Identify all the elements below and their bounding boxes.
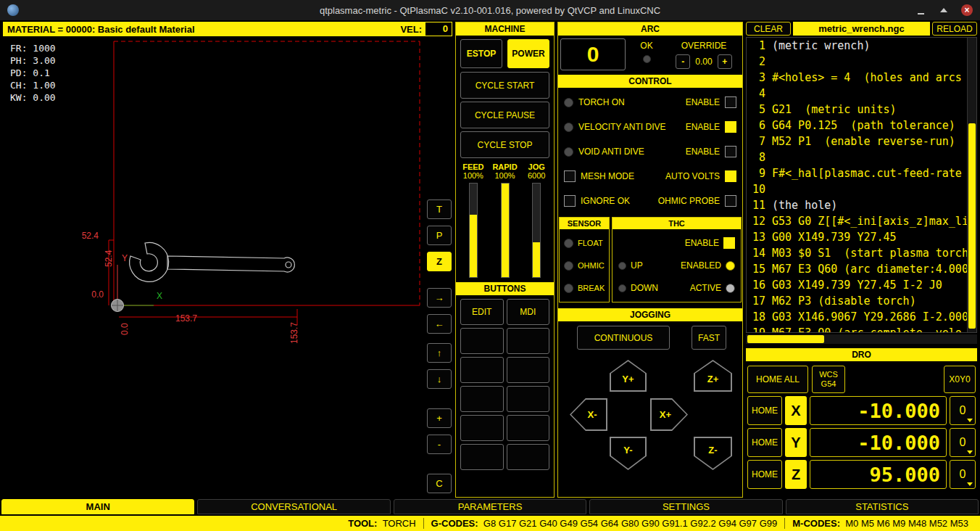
gcode-line[interactable]: 11(the hole)	[747, 197, 976, 213]
gcode-line[interactable]: 2	[747, 54, 976, 70]
cycle-pause-button[interactable]: CYCLE PAUSE	[460, 102, 549, 128]
zero-x-button[interactable]: 0	[950, 396, 976, 425]
home-x-button[interactable]: HOME	[747, 396, 782, 425]
override-minus-button[interactable]: -	[676, 54, 690, 69]
mdi-button[interactable]: MDI	[507, 299, 550, 325]
gcode-line[interactable]: 17M62 P3 (disable torch)	[747, 293, 976, 309]
gcode-line[interactable]: 13G00 X149.739 Y27.45	[747, 229, 976, 245]
pan-down-button[interactable]: ↓	[427, 369, 452, 389]
thc-down-label: DOWN	[631, 283, 658, 293]
gcode-line[interactable]: 15M67 E3 Q60 (arc diameter:4.000	[747, 261, 976, 277]
user-button-empty[interactable]	[460, 444, 504, 470]
maximize-button[interactable]	[938, 4, 950, 16]
user-button-empty[interactable]	[507, 386, 550, 412]
gcode-listing[interactable]: 1(metric wrench) 2 3#<holes> = 4 (holes …	[746, 37, 977, 333]
gcode-line[interactable]: 9F#<_hal[plasmac.cut-feed-rate	[747, 165, 976, 181]
gcode-line[interactable]: 7M52 P1 (enable reverse-run)	[747, 133, 976, 149]
gcode-line[interactable]: 14M03 $0 S1 (start plasma torch	[747, 245, 976, 261]
tab-parameters[interactable]: PARAMETERS	[394, 499, 586, 514]
scrollbar-thumb[interactable]	[968, 123, 976, 329]
void-anti-dive-checkbox[interactable]	[725, 146, 736, 157]
user-button-empty[interactable]	[507, 415, 550, 441]
gcode-line[interactable]: 16G03 X149.739 Y27.45 I-2 J0	[747, 277, 976, 293]
gcode-line[interactable]: 4	[747, 86, 976, 102]
zoom-out-button[interactable]: -	[427, 435, 452, 454]
home-all-button[interactable]: HOME ALL	[747, 366, 808, 393]
pan-left-button[interactable]: ←	[427, 314, 452, 334]
ignore-ok-checkbox[interactable]	[564, 195, 576, 207]
auto-volts-checkbox[interactable]	[725, 170, 736, 182]
gcode-line[interactable]: 3#<holes> = 4 (holes and arcs	[747, 70, 976, 86]
velocity-anti-dive-checkbox[interactable]	[725, 121, 736, 133]
jog-y-minus-button[interactable]: Y-	[610, 437, 647, 470]
tab-conversational[interactable]: CONVERSATIONAL	[197, 499, 390, 514]
mesh-mode-checkbox[interactable]	[564, 170, 576, 182]
wcs-button[interactable]: WCS G54	[812, 366, 845, 393]
power-button[interactable]: POWER	[507, 39, 549, 68]
home-z-button[interactable]: HOME	[747, 460, 782, 489]
gcode-line[interactable]: 19M67 E3 Q0 (arc complete, velo	[747, 325, 976, 333]
view-perspective-button[interactable]: P	[427, 226, 452, 245]
gcode-line[interactable]: 10	[747, 181, 976, 197]
gcode-line[interactable]: 6G64 P0.125 (path tolerance)	[747, 118, 976, 133]
user-button-empty[interactable]	[507, 357, 550, 383]
gcode-line[interactable]: 12G53 G0 Z[[#<_ini[axis_z]max_li	[747, 213, 976, 229]
tab-settings[interactable]: SETTINGS	[589, 499, 782, 514]
gcode-line[interactable]: 8	[747, 149, 976, 165]
tab-statistics[interactable]: STATISTICS	[786, 499, 979, 514]
estop-button[interactable]: ESTOP	[460, 39, 502, 68]
pan-right-button[interactable]: →	[427, 288, 452, 308]
jog-z-minus-button[interactable]: Z-	[694, 437, 732, 470]
user-button-empty[interactable]	[507, 444, 550, 470]
jog-z-plus-button[interactable]: Z+	[694, 360, 732, 392]
clear-plot-button[interactable]: C	[427, 474, 452, 493]
thc-enable-checkbox[interactable]	[723, 237, 735, 249]
clear-button[interactable]: CLEAR	[746, 22, 791, 36]
dro-row-y: HOME Y -10.000 0	[747, 428, 976, 457]
jog-continuous-button[interactable]: CONTINUOUS	[577, 326, 670, 350]
dim-height-label: 52.4	[82, 231, 99, 241]
jog-x-plus-button[interactable]: X+	[650, 398, 688, 431]
gcode-vertical-scrollbar[interactable]	[967, 38, 976, 332]
user-button-empty[interactable]	[460, 328, 504, 354]
ohmic-probe-checkbox[interactable]	[725, 195, 736, 207]
scrollbar-thumb[interactable]	[747, 335, 824, 343]
pan-up-button[interactable]: ↑	[427, 343, 452, 363]
material-selector[interactable]: MATERIAL = 00000: Basic default Material	[7, 24, 195, 35]
reload-button[interactable]: RELOAD	[932, 22, 977, 36]
jog-y-plus-button[interactable]: Y+	[610, 360, 647, 392]
view-top-button[interactable]: T	[427, 199, 452, 219]
rapid-override-slider[interactable]	[501, 183, 510, 278]
view-z-button[interactable]: Z	[427, 252, 452, 271]
close-button[interactable]	[961, 4, 973, 16]
minimize-button[interactable]	[915, 4, 926, 16]
param-cut-height: CH: 1.00	[10, 79, 56, 91]
gcode-line[interactable]: 1(metric wrench)	[747, 38, 976, 54]
jog-x-minus-button[interactable]: X-	[570, 398, 607, 431]
edit-button[interactable]: EDIT	[460, 299, 504, 325]
mcodes-label: M-CODES:	[792, 518, 840, 529]
user-button-empty[interactable]	[460, 357, 504, 383]
torch-enable-checkbox[interactable]	[725, 96, 736, 108]
gcode-preview[interactable]: FR: 1000 PH: 3.00 PD: 0.1 CH: 1.00 KW: 0…	[3, 36, 426, 498]
user-button-empty[interactable]	[460, 386, 504, 412]
zoom-in-button[interactable]: +	[427, 408, 452, 428]
feed-override-slider[interactable]	[469, 183, 478, 278]
jog-fast-button[interactable]: FAST	[692, 326, 726, 350]
gcode-horizontal-scrollbar[interactable]	[746, 334, 977, 344]
cycle-start-button[interactable]: CYCLE START	[460, 72, 549, 99]
cycle-stop-button[interactable]: CYCLE STOP	[460, 131, 549, 158]
user-buttons-grid: EDIT MDI	[460, 299, 549, 470]
gcode-line[interactable]: 5G21 (metric units)	[747, 102, 976, 118]
user-button-empty[interactable]	[460, 415, 504, 441]
zero-y-button[interactable]: 0	[950, 428, 976, 457]
x0y0-button[interactable]: X0Y0	[944, 366, 976, 393]
jog-speed-slider[interactable]	[532, 183, 541, 278]
override-plus-button[interactable]: +	[718, 54, 732, 69]
zero-z-button[interactable]: 0	[950, 460, 976, 489]
home-y-button[interactable]: HOME	[747, 428, 782, 457]
velocity-anti-dive-led	[564, 123, 573, 132]
tab-main[interactable]: MAIN	[1, 499, 194, 514]
gcode-line[interactable]: 18G03 X146.9067 Y29.2686 I-2.000	[747, 309, 976, 325]
user-button-empty[interactable]	[507, 328, 550, 354]
